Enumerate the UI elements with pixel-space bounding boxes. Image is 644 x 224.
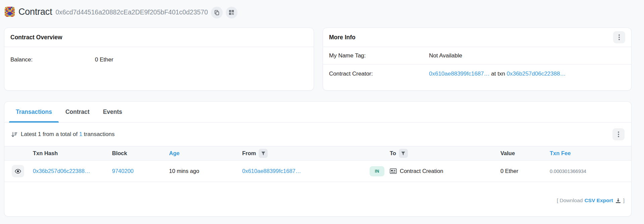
- tab-bar: Transactions Contract Events: [4, 102, 631, 123]
- copy-address-button[interactable]: [211, 7, 223, 18]
- table-header-row: Txn Hash Block Age From: [4, 146, 631, 161]
- summary-count-link[interactable]: 1: [79, 131, 82, 137]
- more-info-menu-button[interactable]: [613, 31, 625, 43]
- column-from: From: [237, 146, 365, 161]
- txn-age: 10 mins ago: [164, 161, 237, 182]
- creator-txn-link[interactable]: 0x36b257d06c22388…: [507, 71, 566, 77]
- txn-preview-button[interactable]: [12, 165, 24, 177]
- tab-contract[interactable]: Contract: [59, 102, 96, 122]
- column-age[interactable]: Age: [164, 146, 237, 161]
- direction-badge: IN: [370, 166, 384, 176]
- download-icon: [615, 198, 621, 203]
- contract-address: 0x6cd7d44516a20882cEa2DE9f205bF401c0d235…: [55, 8, 208, 16]
- page-header: Contract 0x6cd7d44516a20882cEa2DE9f205bF…: [0, 0, 644, 23]
- column-block: Block: [107, 146, 164, 161]
- filter-icon: [401, 151, 405, 155]
- block-link[interactable]: 9740200: [112, 168, 133, 174]
- top-cards-row: Contract Overview Balance: 0 Ether More …: [4, 28, 632, 91]
- column-txn-hash: Txn Hash: [28, 146, 107, 161]
- transactions-card: Transactions Contract Events Latest 1 fr…: [4, 101, 632, 217]
- more-info-title: More Info: [329, 34, 356, 41]
- qr-code-button[interactable]: [226, 7, 237, 18]
- copy-icon: [214, 10, 220, 15]
- balance-value: 0 Ether: [95, 56, 113, 63]
- balance-label: Balance:: [10, 56, 95, 63]
- transactions-table: Txn Hash Block Age From: [4, 146, 631, 182]
- contract-overview-header: Contract Overview: [4, 28, 314, 47]
- page-title: Contract: [18, 7, 52, 17]
- filter-icon: [261, 151, 265, 155]
- transactions-summary-row: Latest 1 from a total of 1 transactions: [4, 123, 631, 146]
- creator-address-link[interactable]: 0x610ae88399fc1687…: [429, 71, 490, 77]
- contract-identicon: [5, 7, 15, 17]
- contract-creator-label: Contract Creator:: [329, 71, 429, 77]
- kebab-icon: [619, 34, 620, 40]
- summary-suffix: transactions: [84, 131, 115, 137]
- csv-export-link[interactable]: CSV Export: [584, 197, 613, 204]
- summary-prefix: Latest 1 from a total of: [21, 131, 77, 137]
- more-info-card: More Info My Name Tag: Not Available Con…: [323, 28, 632, 91]
- balance-row: Balance: 0 Ether: [4, 51, 314, 68]
- from-address-link[interactable]: 0x610ae88399fc1687…: [242, 168, 301, 174]
- name-tag-value: Not Available: [429, 52, 462, 59]
- contract-overview-card: Contract Overview Balance: 0 Ether: [4, 28, 314, 91]
- download-prefix: [ Download: [557, 197, 583, 204]
- sort-icon: [11, 131, 17, 138]
- transaction-row: 0x36b257d06c22388… 9740200 10 mins ago 0…: [4, 161, 631, 182]
- creator-infix: at txn: [491, 71, 505, 77]
- name-tag-row: My Name Tag: Not Available: [323, 47, 631, 64]
- qr-code-icon: [229, 10, 234, 15]
- download-suffix: ]: [623, 197, 625, 204]
- more-info-header: More Info: [323, 28, 631, 47]
- kebab-icon: [618, 131, 619, 137]
- column-to: To: [385, 146, 495, 161]
- column-eye-spacer: [4, 146, 28, 161]
- contract-creation-icon: [390, 168, 397, 174]
- contract-creator-row: Contract Creator: 0x610ae88399fc1687… at…: [323, 64, 631, 83]
- tab-transactions[interactable]: Transactions: [9, 102, 59, 122]
- column-txn-fee[interactable]: Txn Fee: [545, 146, 631, 161]
- eye-icon: [15, 169, 21, 174]
- name-tag-label: My Name Tag:: [329, 52, 429, 59]
- transactions-summary: Latest 1 from a total of 1 transactions: [11, 131, 115, 138]
- contract-overview-title: Contract Overview: [10, 34, 62, 41]
- to-contract-creation: Contract Creation: [400, 168, 443, 174]
- txn-fee: 0.000301366934: [545, 161, 631, 182]
- to-filter-button[interactable]: [399, 149, 408, 158]
- tab-events[interactable]: Events: [96, 102, 129, 122]
- column-value: Value: [495, 146, 545, 161]
- txn-hash-link[interactable]: 0x36b257d06c22388…: [33, 168, 90, 174]
- from-filter-button[interactable]: [259, 149, 268, 158]
- transactions-menu-button[interactable]: [612, 128, 625, 140]
- txn-value: 0 Ether: [495, 161, 545, 182]
- contract-creator-value: 0x610ae88399fc1687… at txn 0x36b257d06c2…: [429, 71, 566, 77]
- column-direction-spacer: [365, 146, 385, 161]
- csv-export-row: [ Download CSV Export ]: [557, 197, 625, 204]
